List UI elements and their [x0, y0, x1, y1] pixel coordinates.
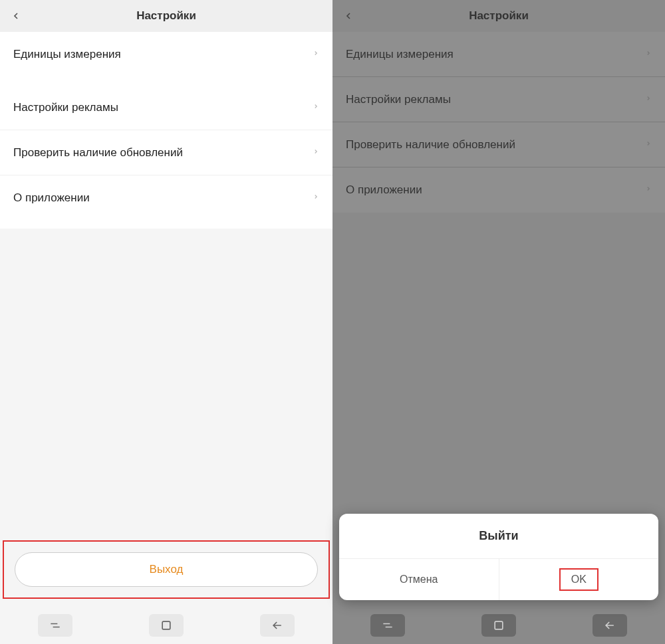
- system-navbar: [332, 607, 665, 644]
- nav-recent-button[interactable]: [370, 614, 405, 637]
- list-group-1: Единицы измерения: [0, 32, 332, 77]
- home-icon: [160, 619, 173, 632]
- item-units[interactable]: Единицы измерения: [0, 32, 332, 77]
- settings-list: Единицы измерения Настройки рекламы Пров…: [332, 32, 665, 213]
- screen-settings-left: Настройки Единицы измерения Настройки ре…: [0, 0, 332, 644]
- nav-home-button[interactable]: [481, 614, 516, 637]
- back-button[interactable]: [0, 0, 32, 32]
- logout-button[interactable]: Выход: [15, 552, 318, 587]
- nav-home-button[interactable]: [149, 614, 184, 637]
- logout-highlight: Выход: [3, 540, 330, 599]
- chevron-right-icon: [645, 183, 652, 197]
- settings-list: Единицы измерения Настройки рекламы Пров…: [0, 32, 332, 229]
- logout-label: Выход: [150, 563, 184, 576]
- dialog-buttons: Отмена OK: [339, 559, 658, 600]
- chevron-right-icon: [313, 48, 319, 61]
- header: Настройки: [332, 0, 665, 32]
- chevron-right-icon: [313, 146, 319, 160]
- item-about[interactable]: О приложении: [332, 167, 665, 213]
- item-label: Единицы измерения: [13, 48, 121, 61]
- item-units[interactable]: Единицы измерения: [332, 32, 665, 77]
- item-label: Единицы измерения: [346, 48, 454, 61]
- nav-recent-button[interactable]: [38, 614, 72, 637]
- home-icon: [492, 619, 505, 632]
- item-ads[interactable]: Настройки рекламы: [0, 85, 332, 130]
- dialog-title: Выйти: [339, 514, 658, 559]
- system-navbar: [0, 607, 332, 644]
- dialog-ok-button[interactable]: OK: [499, 559, 659, 600]
- svg-rect-0: [162, 621, 170, 629]
- recent-icon: [49, 619, 62, 632]
- item-label: О приложении: [346, 183, 422, 197]
- item-about[interactable]: О приложении: [0, 175, 332, 221]
- list-group-2: Настройки рекламы Проверить наличие обно…: [0, 85, 332, 221]
- screen-settings-right: Настройки Единицы измерения Настройки ре…: [332, 0, 665, 644]
- nav-back-button[interactable]: [593, 614, 627, 637]
- chevron-right-icon: [313, 101, 319, 114]
- page-title: Настройки: [0, 9, 332, 23]
- header: Настройки: [0, 0, 332, 32]
- item-label: Настройки рекламы: [346, 93, 451, 106]
- chevron-left-icon: [343, 11, 354, 21]
- item-updates[interactable]: Проверить наличие обновлений: [0, 130, 332, 175]
- item-label: Проверить наличие обновлений: [13, 146, 183, 160]
- spacer: [0, 229, 332, 540]
- nav-back-button[interactable]: [260, 614, 295, 637]
- item-ads[interactable]: Настройки рекламы: [332, 77, 665, 122]
- ok-label: OK: [571, 574, 587, 585]
- page-title: Настройки: [332, 9, 665, 23]
- item-label: Настройки рекламы: [13, 101, 118, 114]
- item-label: О приложении: [13, 191, 90, 205]
- chevron-right-icon: [645, 48, 652, 61]
- chevron-left-icon: [11, 11, 21, 21]
- logout-dialog: Выйти Отмена OK: [339, 514, 658, 600]
- recent-icon: [381, 619, 394, 632]
- list-group: Единицы измерения Настройки рекламы Пров…: [332, 32, 665, 213]
- svg-rect-1: [495, 621, 503, 629]
- chevron-right-icon: [313, 191, 319, 205]
- chevron-right-icon: [645, 138, 652, 152]
- back-arrow-icon: [271, 619, 284, 632]
- item-updates[interactable]: Проверить наличие обновлений: [332, 122, 665, 167]
- chevron-right-icon: [645, 93, 652, 106]
- cancel-label: Отмена: [400, 574, 438, 586]
- item-label: Проверить наличие обновлений: [346, 138, 515, 152]
- ok-highlight: OK: [559, 568, 598, 591]
- back-button[interactable]: [332, 0, 364, 32]
- back-arrow-icon: [603, 619, 616, 632]
- dialog-cancel-button[interactable]: Отмена: [339, 559, 499, 600]
